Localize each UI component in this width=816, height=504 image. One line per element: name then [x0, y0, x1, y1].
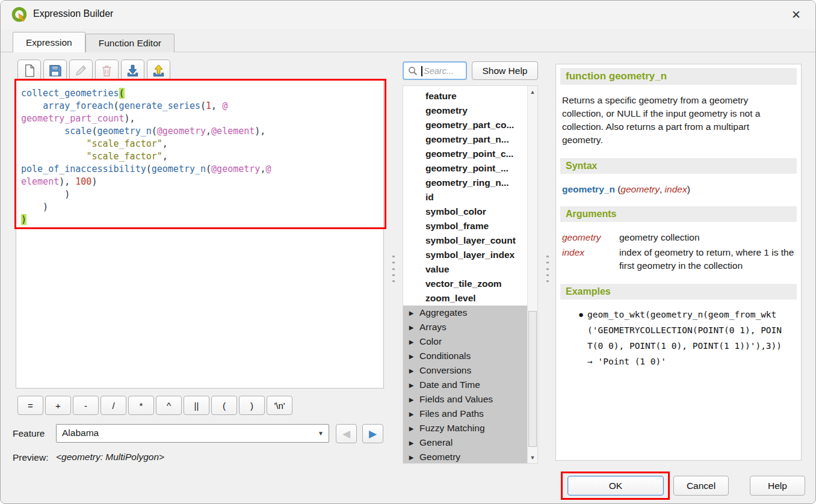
function-group-label: Conditionals	[419, 351, 471, 361]
expand-caret-icon[interactable]: ▶	[403, 396, 419, 403]
expand-caret-icon[interactable]: ▶	[403, 425, 419, 432]
feature-combobox[interactable]: Alabama ▼	[56, 424, 329, 443]
scroll-up-icon[interactable]: ▲	[528, 86, 537, 97]
function-group-row[interactable]: ▶General	[403, 435, 528, 450]
operator-button[interactable]: +	[45, 396, 71, 415]
function-group-row[interactable]: ▶Fields and Values	[403, 392, 528, 407]
new-expression-button[interactable]	[17, 60, 41, 82]
code-line: "scale_factor",	[21, 138, 379, 150]
operator-button[interactable]: ||	[184, 396, 209, 415]
expand-caret-icon[interactable]: ▶	[403, 310, 419, 316]
function-list-item[interactable]: feature	[403, 89, 528, 103]
file-icon	[22, 64, 36, 78]
previous-feature-button: ◀	[336, 424, 357, 443]
splitter-handle-right[interactable]	[545, 256, 549, 282]
code-line: )	[21, 214, 379, 226]
close-icon[interactable]: ✕	[784, 5, 808, 24]
function-list-item[interactable]: geometry_point_...	[403, 161, 528, 176]
function-group-row[interactable]: ▶Date and Time	[403, 378, 528, 392]
operator-button[interactable]: '\n'	[267, 396, 292, 415]
function-list-item[interactable]: geometry	[403, 103, 528, 118]
cancel-button[interactable]: Cancel	[673, 476, 729, 496]
function-list-item[interactable]: geometry_part_n...	[403, 132, 528, 147]
function-group-row[interactable]: ▶Conditionals	[403, 349, 528, 363]
syntax-comma: ,	[660, 184, 665, 194]
expand-caret-icon[interactable]: ▶	[403, 440, 419, 446]
splitter-handle-left[interactable]	[391, 256, 395, 282]
help-description: Returns a specific geometry from a geome…	[562, 94, 792, 147]
function-list-item[interactable]: id	[403, 190, 528, 204]
function-list-item[interactable]: value	[403, 262, 528, 277]
function-list-item[interactable]: symbol_frame	[403, 219, 528, 233]
function-group-row[interactable]: ▶Conversions	[403, 363, 528, 378]
scroll-down-icon[interactable]: ▼	[528, 452, 537, 463]
expand-caret-icon[interactable]: ▶	[403, 339, 419, 345]
search-placeholder: Searc...	[424, 66, 454, 76]
help-syntax-header: Syntax	[560, 158, 797, 174]
operator-button[interactable]: /	[100, 396, 126, 415]
syntax-close-paren: )	[687, 184, 690, 194]
argument-name: geometry	[562, 231, 619, 244]
import-icon	[126, 64, 140, 78]
edit-expression-button-disabled	[69, 60, 93, 82]
save-expression-button[interactable]	[43, 60, 67, 82]
export-expressions-button[interactable]	[147, 60, 170, 82]
search-icon	[408, 66, 418, 76]
expand-caret-icon[interactable]: ▶	[403, 367, 419, 374]
function-list-item[interactable]: vector_tile_zoom	[403, 277, 528, 291]
function-group-label: Conversions	[419, 365, 471, 376]
function-group-row[interactable]: ▶Files and Paths	[403, 407, 528, 421]
syntax-arg-index: index	[665, 184, 687, 194]
expand-caret-icon[interactable]: ▶	[403, 454, 419, 461]
help-syntax-line: geometry_n (geometry, index)	[562, 184, 795, 195]
function-group-row[interactable]: ▶Aggregates	[403, 306, 528, 320]
example-code: geom_to_wkt(geometry_n(geom_from_wkt('GE…	[587, 307, 786, 369]
preview-value: <geometry: MultiPolygon>	[56, 452, 164, 463]
operator-button-row: =+-/*^||()'\n'	[17, 396, 292, 415]
bullet-icon: ●	[578, 307, 584, 369]
function-list-item[interactable]: symbol_layer_count	[403, 233, 528, 248]
scrollbar-thumb[interactable]	[528, 311, 537, 447]
operator-button[interactable]: ^	[156, 396, 182, 415]
argument-name: index	[562, 246, 619, 272]
function-list-item[interactable]: zoom_level	[403, 291, 528, 306]
function-list-item[interactable]: geometry_point_c...	[403, 147, 528, 161]
operator-button[interactable]: -	[73, 396, 99, 415]
function-list-item[interactable]: geometry_part_co...	[403, 118, 528, 132]
ok-button[interactable]: OK	[567, 476, 664, 496]
operator-button[interactable]: *	[128, 396, 154, 415]
tab-expression[interactable]: Expression	[13, 32, 85, 52]
function-group-row[interactable]: ▶Color	[403, 334, 528, 349]
expression-editor-code: collect_geometries( array_foreach(genera…	[16, 80, 383, 233]
function-group-row[interactable]: ▶Geometry	[403, 450, 528, 464]
function-list-scrollbar[interactable]: ▲ ▼	[527, 86, 537, 463]
function-group-row[interactable]: ▶Fuzzy Matching	[403, 421, 528, 435]
function-list-item[interactable]: symbol_color	[403, 204, 528, 219]
function-group-row[interactable]: ▶Arrays	[403, 320, 528, 334]
help-button[interactable]: Help	[750, 476, 805, 496]
expression-editor[interactable]: collect_geometries( array_foreach(genera…	[16, 79, 384, 389]
expand-caret-icon[interactable]: ▶	[403, 411, 419, 417]
help-title: function geometry_n	[560, 68, 797, 85]
text-caret	[421, 66, 422, 76]
tab-function-editor[interactable]: Function Editor	[85, 34, 175, 52]
function-list-item[interactable]: geometry_ring_n...	[403, 176, 528, 190]
function-list-item[interactable]: symbol_layer_index	[403, 248, 528, 262]
import-expressions-button[interactable]	[121, 60, 144, 82]
expand-caret-icon[interactable]: ▶	[403, 353, 419, 360]
function-list: featuregeometrygeometry_part_co...geomet…	[403, 85, 538, 464]
code-line: pole_of_inaccessibility(geometry_n(@geom…	[21, 163, 379, 176]
operator-button[interactable]: (	[211, 396, 237, 415]
expand-caret-icon[interactable]: ▶	[403, 324, 419, 331]
expand-caret-icon[interactable]: ▶	[403, 382, 419, 389]
argument-description: index of geometry to return, where 1 is …	[619, 246, 795, 272]
next-feature-button[interactable]: ▶	[362, 424, 383, 443]
show-help-button[interactable]: Show Help	[472, 61, 538, 80]
operator-button[interactable]: )	[239, 396, 265, 415]
function-group-label: General	[419, 437, 453, 448]
qgis-logo-icon	[11, 6, 28, 23]
code-line: geometry_part_count),	[21, 112, 379, 125]
syntax-function-name: geometry_n	[562, 184, 615, 194]
search-input[interactable]: Searc...	[403, 61, 467, 80]
operator-button[interactable]: =	[17, 396, 43, 415]
